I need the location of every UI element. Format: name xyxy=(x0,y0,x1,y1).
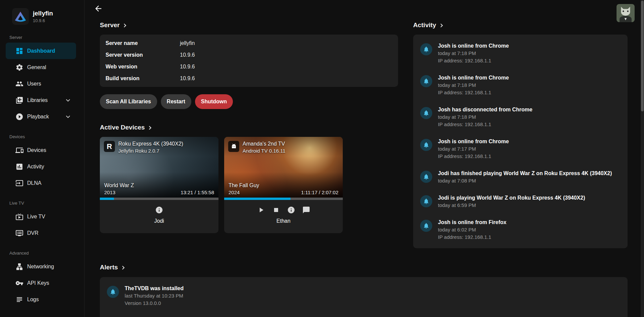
feed-detail: today at 7:18 PM xyxy=(438,113,532,120)
sidebar-item-libraries[interactable]: Libraries xyxy=(6,92,76,108)
playback-icon xyxy=(15,113,23,121)
server-info-value: 10.9.6 xyxy=(180,75,195,82)
sidebar-item-playback[interactable]: Playback xyxy=(6,108,76,125)
dvr-icon xyxy=(15,229,23,237)
sidebar-item-dvr[interactable]: DVR xyxy=(6,225,76,241)
bell-icon xyxy=(420,139,432,151)
message-button[interactable] xyxy=(302,206,311,215)
restart-button[interactable]: Restart xyxy=(161,94,191,109)
feed-title: Jodi has finished playing World War Z on… xyxy=(438,170,612,177)
active-device-card[interactable]: Amanda's 2nd TV Android TV 0.16.11 The F… xyxy=(224,137,343,233)
feed-detail: last Thursday at 10:23 PM xyxy=(125,292,184,299)
activity-heading-label: Activity xyxy=(413,21,436,29)
roku-icon: R xyxy=(104,141,115,152)
main-content: Server Server name jellyfin Server versi… xyxy=(84,0,641,317)
sidebar-section-label: Advanced xyxy=(9,251,84,256)
sidebar-item-activity[interactable]: Activity xyxy=(6,158,76,175)
server-info-label: Server version xyxy=(106,52,180,58)
gear-icon xyxy=(15,63,23,71)
activity-item: Jodi is playing World War Z on Roku Expr… xyxy=(420,189,621,214)
feed-title: Josh is online from Chrome xyxy=(438,74,509,81)
media-year: 2013 xyxy=(104,190,134,195)
alerts-section: Alerts TheTVDB was installed last Thursd… xyxy=(100,248,628,317)
feed-detail: today at 6:02 PM xyxy=(438,226,506,233)
server-info-label: Server name xyxy=(106,40,180,46)
feed-title: Josh is online from Firefox xyxy=(438,219,506,226)
sidebar-item-label: Playback xyxy=(27,114,49,120)
app-logo-row[interactable]: jellyfin 10.9.6 xyxy=(0,0,84,25)
bell-icon xyxy=(420,43,432,55)
feed-detail: today at 7:18 PM xyxy=(438,50,509,57)
bell-icon xyxy=(420,171,432,183)
sidebar-item-label: Logs xyxy=(27,297,39,303)
networking-icon xyxy=(15,263,23,271)
info-button[interactable] xyxy=(155,206,164,215)
session-user-name: Jodi xyxy=(100,218,218,224)
api-keys-icon xyxy=(15,279,23,287)
alerts-heading-label: Alerts xyxy=(100,264,118,271)
sidebar-item-label: General xyxy=(27,64,46,70)
active-device-card[interactable]: R Roku Express 4K (3940X2) Jellyfin Roku… xyxy=(100,137,218,233)
sidebar-item-dashboard[interactable]: Dashboard xyxy=(6,43,76,59)
sidebar-item-general[interactable]: General xyxy=(6,59,76,75)
bell-icon xyxy=(420,107,432,119)
scrollbar-thumb[interactable] xyxy=(641,1,644,111)
chevron-down-icon[interactable] xyxy=(64,113,72,121)
playback-time: 1:11:17 / 2:07:02 xyxy=(301,190,338,195)
scrollbar[interactable] xyxy=(641,0,644,317)
sidebar-section-label: Devices xyxy=(9,134,84,139)
feed-detail: Version 13.0.0.0 xyxy=(125,300,184,307)
server-info-value: jellyfin xyxy=(180,40,195,46)
back-button[interactable] xyxy=(93,4,103,14)
server-section-heading[interactable]: Server xyxy=(100,21,398,29)
sidebar-item-api-keys[interactable]: API Keys xyxy=(6,275,76,291)
feed-title: Josh is online from Chrome xyxy=(438,42,509,49)
active-devices-row: R Roku Express 4K (3940X2) Jellyfin Roku… xyxy=(100,137,398,233)
alerts-card: TheTVDB was installed last Thursday at 1… xyxy=(100,277,628,317)
feed-title: Josh is online from Chrome xyxy=(438,138,509,145)
sidebar-item-logs[interactable]: Logs xyxy=(6,291,76,308)
sidebar-section: Server Dashboard General Users Libraries… xyxy=(0,35,84,125)
android-icon xyxy=(228,141,239,152)
sidebar-item-dlna[interactable]: DLNA xyxy=(6,175,76,191)
dashboard-icon xyxy=(15,47,23,55)
feed-detail: IP address: 192.168.1.1 xyxy=(438,89,509,96)
media-year: 2024 xyxy=(229,190,259,195)
scan-all-libraries-button[interactable]: Scan All Libraries xyxy=(100,94,157,109)
play-button[interactable] xyxy=(257,206,265,215)
playback-time: 13:21 / 1:55:58 xyxy=(181,190,214,195)
feed-title: Josh has disconnected from Chrome xyxy=(438,106,532,113)
back-arrow-icon xyxy=(94,4,103,13)
stop-button[interactable] xyxy=(272,206,280,215)
now-playing-backdrop: Amanda's 2nd TV Android TV 0.16.11 The F… xyxy=(224,137,343,198)
info-button[interactable] xyxy=(287,206,296,215)
server-info-card: Server name jellyfin Server version 10.9… xyxy=(100,35,398,87)
sidebar-item-label: Dashboard xyxy=(27,48,55,54)
active-devices-heading[interactable]: Active Devices xyxy=(100,124,398,131)
sidebar-item-live-tv[interactable]: Live TV xyxy=(6,208,76,225)
sidebar-section-label: Live TV xyxy=(9,201,84,206)
chevron-down-icon[interactable] xyxy=(64,96,72,104)
playback-progress-fill xyxy=(100,198,114,200)
alert-item: TheTVDB was installed last Thursday at 1… xyxy=(107,280,621,312)
sidebar-item-devices[interactable]: Devices xyxy=(6,142,76,158)
sidebar-item-label: API Keys xyxy=(27,280,49,286)
active-devices-heading-label: Active Devices xyxy=(100,124,145,131)
activity-heading[interactable]: Activity xyxy=(413,21,628,29)
server-info-value: 10.9.6 xyxy=(180,64,195,70)
sidebar-section: Live TV Live TV DVR xyxy=(0,201,84,241)
sidebar-item-networking[interactable]: Networking xyxy=(6,258,76,275)
device-name: Amanda's 2nd TV xyxy=(243,141,285,147)
alerts-heading[interactable]: Alerts xyxy=(100,264,628,271)
sidebar-item-label: Users xyxy=(27,81,41,87)
chevron-right-icon xyxy=(123,23,126,27)
dashboard-right-column: Activity Josh is online from Chrome toda… xyxy=(413,19,628,248)
client-version: Android TV 0.16.11 xyxy=(243,148,285,154)
sidebar-nav: Server Dashboard General Users Libraries… xyxy=(0,35,84,308)
logs-icon xyxy=(15,296,23,304)
page-header xyxy=(84,0,641,19)
shutdown-button[interactable]: Shutdown xyxy=(195,94,233,109)
bell-icon xyxy=(420,195,432,207)
sidebar-item-users[interactable]: Users xyxy=(6,75,76,92)
sidebar-item-label: Networking xyxy=(27,264,54,270)
